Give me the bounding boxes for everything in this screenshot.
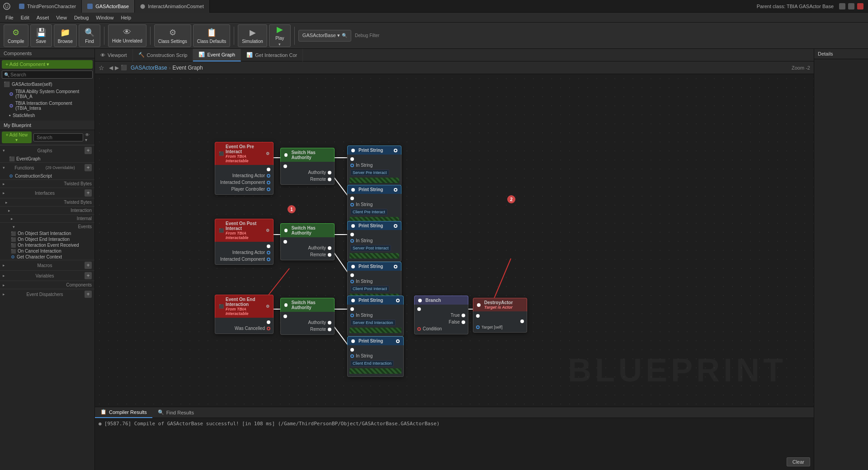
find-button[interactable]: 🔍 Find [79,24,100,47]
save-button[interactable]: 💾 Save [30,24,52,47]
menu-asset[interactable]: Asset [33,13,53,23]
event-on-object-end[interactable]: ⬛ On Object End Interaction [0,236,94,242]
forward-btn[interactable]: ▶ [115,65,119,71]
view-options-btn[interactable]: 👁 ▾ [85,132,93,142]
interfaces-add-btn[interactable]: + [85,189,92,197]
destroy-actor-node[interactable]: DestroyActor Target is Actor Target [sel… [473,298,527,333]
print-client-end-node[interactable]: Print String In String Client End Intera… [347,336,404,377]
window-controls[interactable] [839,3,863,9]
compile-button[interactable]: ⚙ Compile [4,24,28,47]
node-body-switch2: Authority Remote [280,237,335,260]
tab-gas-actor-base[interactable]: GASActorBase [82,0,135,13]
functions-add-btn[interactable]: + [85,164,92,171]
component-item-ability[interactable]: ⚙ TBIA Ability System Component (TBIA_A [5,88,94,100]
events-section[interactable]: ▾ Events [0,222,94,230]
add-component-button[interactable]: + Add Component ▾ [2,60,93,69]
title-bar-right: Parent class: TBIA GASActor Base [757,3,868,9]
macros-section[interactable]: ▸ Macros + [0,260,94,270]
event-end-interact-node[interactable]: ⬛ Event On End Interaction From TBIA Int… [215,295,274,334]
components-section-bp[interactable]: ▸ Components [0,281,94,289]
variables-section[interactable]: ▸ Variables + [0,270,94,281]
interaction-section[interactable]: ▸ Interaction [0,206,94,214]
node-settings-pre[interactable]: ⚙ [266,151,269,156]
print-client-pre-node[interactable]: Print String In String Client Pre Intera… [347,185,401,226]
menu-help[interactable]: Help [117,13,135,23]
clear-button[interactable]: Clear [787,457,810,466]
switch-authority-3-node[interactable]: Switch Has Authority Authority Remote [280,298,335,335]
pin-authority-1: Authority [281,169,334,176]
class-defaults-button[interactable]: 📋 Class Defaults [193,24,230,47]
variables-add-btn[interactable]: + [85,272,92,279]
breadcrumb-graph-name[interactable]: GASActorBase [131,65,167,71]
hide-unrelated-button[interactable]: 👁 Hide Unrelated [108,24,146,47]
construction-script-item[interactable]: ⚙ ConstructionScript [5,173,94,179]
tab-third-person[interactable]: ThirdPersonCharacter [14,0,82,13]
viewport-tab[interactable]: 👁 Viewport [95,49,133,61]
minimize-btn[interactable] [839,3,845,9]
event-dispatchers-section[interactable]: ▸ Event Dispatchers + [0,289,94,299]
macros-add-btn[interactable]: + [85,262,92,269]
event-get-context[interactable]: ⚙ Get Character Context [0,254,94,260]
node-body-print-sp: In String Server Pre Interact [347,155,401,186]
functions-section[interactable]: ▾ Functions (29 Overridable) + [0,162,94,173]
menu-edit[interactable]: Edit [17,13,33,23]
node-settings-end[interactable]: ⚙ [266,304,269,309]
menu-debug[interactable]: Debug [71,13,92,23]
class-settings-button[interactable]: ⚙ Class Settings [154,24,191,47]
add-new-button[interactable]: + Add New ▾ [2,132,32,143]
pin-in-destroy [473,313,527,319]
compiler-results-tab[interactable]: 📋 Compiler Results [95,407,152,418]
browse-button[interactable]: 📁 Browse [54,24,77,47]
tab-interact-animation[interactable]: ⬤ InteractAnimationCosmet [135,0,210,13]
bp-canvas[interactable]: BLUEPRINT 1 2 [95,74,814,407]
pin-true-branch: True [415,312,468,319]
svg-text:U: U [5,4,8,9]
print-server-pre-node[interactable]: Print String In String Server Pre Intera… [347,146,401,186]
node-header-print-cp: Print String [347,185,401,194]
event-graph-tab[interactable]: 📊 Event Graph [193,49,241,61]
my-blueprint-toolbar: + Add New ▾ 👁 ▾ [0,130,94,145]
play-button[interactable]: ▶ Play ▾ [269,24,291,47]
event-on-object-start[interactable]: ⬛ On Object Start Interaction [0,230,94,236]
component-item-self[interactable]: ⬛ GASActorBase(self) [0,80,94,88]
event-on-interaction-received[interactable]: ⬛ On Interaction Event Received [0,242,94,248]
twisted-bytes-section[interactable]: ▸ Twisted Bytes [0,179,94,188]
internal-section[interactable]: ▸ Internal [0,214,94,222]
my-blueprint-search-input[interactable] [36,134,81,141]
switch-authority-2-node[interactable]: Switch Has Authority Authority Remote [280,223,335,260]
menu-file[interactable]: File [2,13,17,23]
zoom-indicator: Zoom -2 [792,65,810,70]
pin-value-cend: Client End Interaction [348,359,403,367]
center-area: 👁 Viewport 🔨 Construction Scrip 📊 Event … [95,49,814,470]
get-interaction-tab[interactable]: 📊 Get Interaction Cor [241,49,303,61]
event-pre-interact-node[interactable]: ⬛ Event On Pre Interact From TBIA Intera… [215,142,274,195]
restore-btn[interactable] [848,3,854,9]
menu-view[interactable]: View [52,13,71,23]
interfaces-section[interactable]: ▸ Interfaces + [0,188,94,198]
print-server-post-node[interactable]: Print String In String Server Post Inter… [347,221,401,262]
print-server-end-node[interactable]: Print String In String Server End Intera… [347,296,404,336]
close-btn[interactable] [857,3,863,9]
switch-authority-1-node[interactable]: Switch Has Authority Authority Remote [280,148,335,185]
component-item-interaction[interactable]: ⚙ TBIA Interaction Component (TBIA_Inter… [5,100,94,112]
component-item-static-mesh[interactable]: ▪ StaticMesh [5,112,94,119]
back-btn[interactable]: ◀ [109,65,113,71]
node-settings-post[interactable]: ⚙ [266,228,269,233]
debug-filter-dropdown[interactable]: GASActorBase ▾ 🔍 [298,30,351,42]
construction-script-tab[interactable]: 🔨 Construction Scrip [133,49,193,61]
event-dispatchers-add-btn[interactable]: + [85,291,92,298]
component-search-input[interactable] [9,71,55,78]
graphs-add-btn[interactable]: + [85,147,92,154]
event-on-cancel[interactable]: ⬛ On Cancel Interaction [0,248,94,254]
graphs-section[interactable]: ▾ Graphs + [0,145,94,155]
event-post-interact-node[interactable]: ⬛ Event On Post Interact From TBIA Inter… [215,219,274,265]
menu-window[interactable]: Window [92,13,117,23]
branch-node[interactable]: Branch True False Condition [414,296,468,334]
simulation-button[interactable]: ▶ Simulation [238,24,267,47]
pin-instring-send: In String [348,312,403,319]
event-graph-item[interactable]: ⬛ EventGraph [5,155,94,162]
pin-player-ctrl-pre: Player Controller [215,186,273,193]
star-icon[interactable]: ☆ [99,64,104,71]
twisted-bytes-iface-section[interactable]: ▸ Twisted Bytes [0,198,94,206]
find-results-tab[interactable]: 🔍 Find Results [152,407,199,418]
